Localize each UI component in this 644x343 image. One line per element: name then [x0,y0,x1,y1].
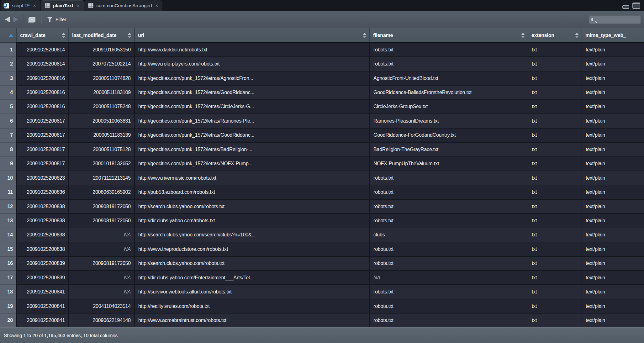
cell-extension: txt [528,313,582,327]
search-box[interactable] [589,15,641,24]
cell-value: text/plain [586,246,605,252]
sort-arrows-icon[interactable] [62,33,66,38]
minimize-pane-icon[interactable] [622,5,629,9]
cell-crawl_date: 20091025200839 [16,256,68,270]
cell-value: txt [532,61,537,67]
cell-value: 19 [8,303,13,309]
cell-value: text/plain [586,204,605,209]
cell-value: txt [532,147,537,152]
sort-up-icon [521,33,525,35]
table-row[interactable]: 192009102520084120041104023514http://rea… [0,299,644,313]
cell-value: robots.txt [373,61,393,67]
column-header-mime_type_web[interactable]: mime_type_web_ [582,28,644,42]
column-header-last_modified_date[interactable]: last_modified_date [68,28,134,42]
cell-url: http://geocities.com/punk_1572/letras/Ag… [134,71,369,85]
cell-mime_type_web: text/plain [582,171,644,185]
cell-value: text/plain [586,189,605,195]
cell-value: txt [532,289,537,295]
row-number-cell: 13 [0,213,16,227]
cell-value: 10 [8,175,13,181]
cell-crawl_date: 20091025200838 [16,228,68,242]
table-row[interactable]: 1720091025200839NAhttp://dir.clubs.yahoo… [0,270,644,284]
table-row[interactable]: 32009102520081620000511074828http://geoc… [0,71,644,85]
cell-url: http://www.rivermusic.com/robots.txt [134,171,369,185]
column-header-extension[interactable]: extension [528,28,582,42]
table-row[interactable]: 102009102520082320071121213145http://www… [0,171,644,185]
cell-value: 16 [8,261,13,266]
row-number-cell: 6 [0,113,16,128]
sort-arrows-icon[interactable] [363,33,367,38]
search-input[interactable] [593,17,644,22]
cell-value: text/plain [586,61,605,67]
column-header-label: mime_type_web_ [585,33,626,38]
maximize-pane-icon[interactable] [632,3,640,9]
cell-filename: BadReligion-TheGrayRace.txt [369,142,528,156]
table-row[interactable]: 82009102520081720000511075128http://geoc… [0,142,644,156]
cell-value: text/plain [586,275,605,281]
cell-filename: robots.txt [369,185,528,199]
cell-value: 11 [8,189,13,195]
table-row[interactable]: 72009102520081720000511183139http://geoc… [0,128,644,142]
cell-value: robots.txt [373,261,393,266]
column-header-label: extension [531,33,554,38]
cell-value: txt [532,261,537,266]
column-header-filename[interactable]: filename [369,28,528,42]
table-row[interactable]: 92009102520081720001018132652http://geoc… [0,156,644,171]
table-row[interactable]: 122009102520083820090819172050http://sea… [0,199,644,213]
close-icon[interactable]: × [33,3,36,8]
cell-value: txt [532,104,537,109]
cell-mime_type_web: text/plain [582,270,644,284]
open-in-new-window-icon[interactable] [29,17,35,22]
back-arrow-icon[interactable] [5,17,10,22]
sort-down-icon [521,36,525,38]
tab-plaintext[interactable]: plainText× [41,0,84,11]
table-row[interactable]: 62009102520081720000510063831http://geoc… [0,113,644,128]
column-header-label: filename [373,33,393,38]
close-icon[interactable]: × [155,3,158,8]
cell-value: text/plain [586,104,605,109]
cell-value: 17 [8,275,13,281]
table-row[interactable]: 42009102520081620000511183109http://geoc… [0,85,644,99]
tab-label: script.R* [12,3,30,8]
cell-value: 20000511183139 [93,132,131,138]
column-header-url[interactable]: url [134,28,369,42]
sort-down-icon [62,36,66,38]
table-row[interactable]: 112009102520083620080630165902http://pub… [0,185,644,199]
cell-filename: NA [369,270,528,284]
cell-filename: robots.txt [369,299,528,313]
close-icon[interactable]: × [77,3,80,8]
window-controls [622,3,640,9]
sort-up-icon [62,33,66,35]
table-row[interactable]: 132009102520083820090819172050http://dir… [0,213,644,227]
sort-arrows-icon[interactable] [128,33,131,38]
cell-crawl_date: 20091025200817 [16,128,68,142]
cell-value: 9 [10,161,13,166]
sort-arrows-icon[interactable] [575,33,579,38]
tab-commoncombosarranged[interactable]: commonCombosArranged× [84,0,162,11]
table-row[interactable]: 22009102520081420070725102214http://www.… [0,56,644,71]
table-row[interactable]: 1820091025200841NAhttp://survivor.webtoo… [0,284,644,298]
table-row[interactable]: 1420091025200838NAhttp://search.clubs.ya… [0,228,644,242]
cell-value: 20091025200839 [27,261,65,266]
cell-value: 12 [8,204,13,209]
table-row[interactable]: 12009102520081420091016053150http://www.… [0,42,644,56]
row-number-cell: 15 [0,242,16,256]
table-row[interactable]: 1520091025200838NAhttp://www.theproducts… [0,242,644,256]
cell-value: http://www.acmebraintrust.com/robots.txt [138,318,226,323]
table-row[interactable]: 162009102520083920090819172050http://sea… [0,256,644,270]
cell-value: 7 [10,132,13,138]
cell-mime_type_web: text/plain [582,99,644,113]
table-row[interactable]: 202009102520084120090622194148http://www… [0,313,644,327]
cell-crawl_date: 20091025200816 [16,99,68,113]
cell-last_modified_date: 20000511075248 [68,99,134,113]
sort-arrows-icon[interactable] [521,33,525,38]
column-header-rownum[interactable] [0,28,16,42]
tab-script-r[interactable]: script.R*× [1,0,40,11]
cell-last_modified_date: 20000510063831 [68,113,134,128]
table-row[interactable]: 52009102520081620000511075248http://geoc… [0,99,644,113]
column-header-crawl_date[interactable]: crawl_date [16,28,68,42]
filter-button[interactable]: Filter [47,17,66,22]
cell-filename: robots.txt [369,56,528,71]
cell-value: txt [532,118,537,124]
rstudio-data-viewer-window: script.R*×plainText×commonCombosArranged… [0,0,644,343]
